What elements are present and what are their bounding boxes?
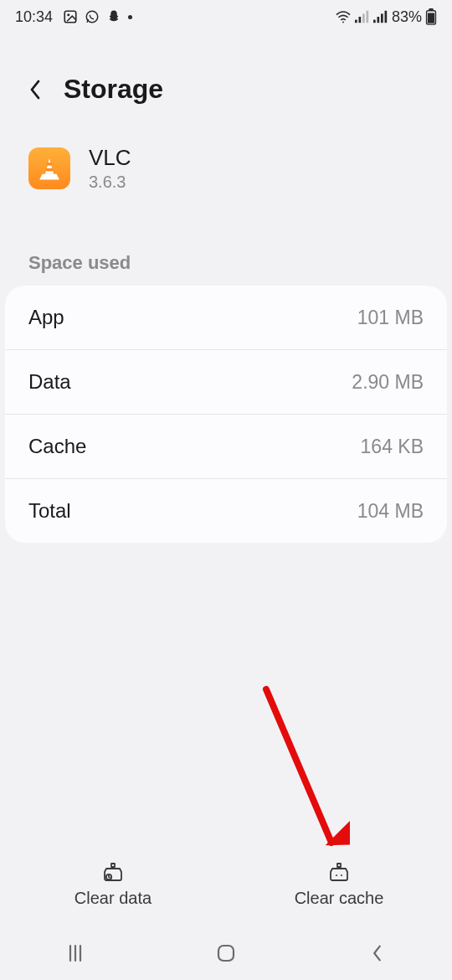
row-data-label: Data xyxy=(28,370,71,394)
svg-rect-24 xyxy=(218,946,234,961)
row-app-label: App xyxy=(28,306,64,329)
system-nav-bar xyxy=(0,926,452,980)
svg-line-17 xyxy=(266,689,331,843)
svg-rect-9 xyxy=(377,17,379,23)
more-dot-icon xyxy=(128,15,132,19)
row-cache: Cache 164 KB xyxy=(5,414,447,478)
battery-percent: 83% xyxy=(392,8,422,26)
signal-icon-2 xyxy=(373,10,388,23)
clear-cache-icon xyxy=(327,860,351,884)
row-cache-label: Cache xyxy=(28,435,86,458)
row-total-value: 104 MB xyxy=(357,500,424,523)
status-right: 83% xyxy=(335,8,437,26)
clear-cache-button[interactable]: Clear cache xyxy=(226,860,452,908)
svg-point-3 xyxy=(342,21,344,23)
clear-data-label: Clear data xyxy=(74,889,152,908)
annotation-arrow xyxy=(249,685,350,861)
wifi-icon xyxy=(335,10,352,23)
status-left: 10:34 xyxy=(15,8,132,26)
nav-recents-button[interactable] xyxy=(42,936,109,970)
nav-back-button[interactable] xyxy=(343,936,410,970)
clear-data-button[interactable]: Clear data xyxy=(0,860,226,908)
svg-rect-16 xyxy=(46,168,54,171)
row-total-label: Total xyxy=(28,499,71,523)
svg-rect-10 xyxy=(381,13,383,23)
signal-icon-1 xyxy=(355,10,370,23)
whatsapp-icon xyxy=(85,9,100,24)
status-bar: 10:34 83% xyxy=(0,0,452,34)
svg-point-1 xyxy=(67,13,69,16)
row-app-value: 101 MB xyxy=(357,307,424,329)
svg-rect-8 xyxy=(373,20,376,23)
row-data: Data 2.90 MB xyxy=(5,349,447,414)
svg-rect-11 xyxy=(384,11,387,23)
svg-rect-14 xyxy=(428,13,434,23)
image-icon xyxy=(63,9,78,24)
nav-home-button[interactable] xyxy=(193,936,259,970)
svg-rect-4 xyxy=(355,20,357,23)
section-space-used: Space used xyxy=(0,217,452,286)
svg-rect-5 xyxy=(358,17,361,23)
clear-cache-label: Clear cache xyxy=(295,889,384,908)
row-total: Total 104 MB xyxy=(5,478,447,543)
vlc-app-icon xyxy=(28,147,70,189)
row-data-value: 2.90 MB xyxy=(352,371,424,394)
svg-rect-7 xyxy=(366,11,368,23)
page-header: Storage xyxy=(0,34,452,130)
app-name: VLC xyxy=(89,145,131,171)
svg-rect-0 xyxy=(64,11,76,23)
app-version: 3.6.3 xyxy=(89,173,131,192)
row-app: App 101 MB xyxy=(5,286,447,349)
clear-data-icon xyxy=(101,860,125,884)
svg-rect-15 xyxy=(47,162,52,165)
back-button[interactable] xyxy=(23,78,47,101)
battery-icon xyxy=(425,8,437,25)
page-title: Storage xyxy=(64,74,163,105)
app-text: VLC 3.6.3 xyxy=(89,145,131,192)
row-cache-value: 164 KB xyxy=(361,436,424,458)
space-used-card: App 101 MB Data 2.90 MB Cache 164 KB Tot… xyxy=(5,286,447,543)
svg-point-19 xyxy=(336,874,337,876)
svg-point-20 xyxy=(341,874,342,876)
app-info-row: VLC 3.6.3 xyxy=(0,130,452,217)
action-bar: Clear data Clear cache xyxy=(0,852,452,920)
svg-rect-6 xyxy=(362,13,365,23)
snapchat-icon xyxy=(106,9,121,24)
status-time: 10:34 xyxy=(15,8,53,26)
